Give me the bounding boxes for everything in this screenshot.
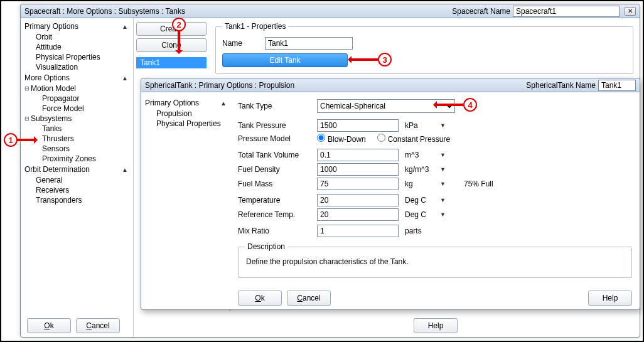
annotation-marker-4: 4 bbox=[463, 98, 477, 112]
sidebar-group-more[interactable]: More Options ▲ bbox=[21, 72, 133, 83]
annotation-marker-1: 1 bbox=[4, 133, 18, 147]
sidebar-item-proximity[interactable]: Proximity Zones bbox=[21, 154, 133, 164]
create-button[interactable]: Create bbox=[136, 22, 207, 36]
chevron-down-icon[interactable]: ▼ bbox=[440, 181, 448, 187]
total-volume-unit: m^3 bbox=[405, 151, 436, 159]
sidebar-group-od[interactable]: Orbit Determination ▲ bbox=[21, 164, 133, 175]
main-bottom-bar: Ok Cancel Help bbox=[21, 318, 640, 333]
description-box: Description Define the propulsion charac… bbox=[238, 242, 632, 278]
mix-ratio-input[interactable] bbox=[317, 225, 399, 237]
tree-collapse-icon[interactable]: ⊟ bbox=[24, 85, 31, 92]
chevron-down-icon[interactable]: ▼ bbox=[440, 211, 448, 218]
fuel-density-label: Fuel Density bbox=[238, 165, 313, 174]
main-sidebar: Primary Options ▲ Orbit Attitude Physica… bbox=[21, 18, 134, 337]
edit-tank-button[interactable]: Edit Tank bbox=[222, 53, 348, 67]
tank-pressure-unit: kPa bbox=[405, 121, 436, 130]
mix-ratio-unit: parts bbox=[405, 227, 436, 235]
sidebar-item-general[interactable]: General bbox=[21, 175, 133, 185]
dialog-titlebar: SphericalTank : Primary Options : Propul… bbox=[141, 78, 640, 92]
help-button[interactable]: Help bbox=[414, 318, 458, 333]
fuel-mass-unit: kg bbox=[405, 179, 436, 188]
dialog-name-label: SphericalTank Name bbox=[526, 78, 596, 92]
sidebar-sub-subsystems[interactable]: ⊟ Subsystems bbox=[21, 114, 133, 124]
dialog-ok-button[interactable]: Ok bbox=[238, 291, 282, 306]
dialog-breadcrumb: SphericalTank : Primary Options : Propul… bbox=[145, 78, 294, 92]
ref-temp-input[interactable] bbox=[317, 208, 399, 221]
tank-pressure-input[interactable] bbox=[317, 119, 399, 132]
tank-properties-group: Tank1 - Properties Name Edit Tank bbox=[215, 22, 633, 74]
pressure-model-label: Pressure Model bbox=[238, 134, 313, 143]
sidebar-sub-motion[interactable]: ⊟ Motion Model bbox=[21, 83, 133, 94]
pressure-model-blowdown[interactable]: Blow-Down bbox=[317, 134, 366, 144]
description-legend: Description bbox=[245, 242, 287, 251]
cancel-button[interactable]: Cancel bbox=[76, 318, 120, 333]
ref-temp-unit: Deg C bbox=[405, 210, 436, 219]
ok-button[interactable]: Ok bbox=[27, 318, 71, 333]
annotation-arrow-2 bbox=[178, 31, 180, 51]
annotation-arrow-4 bbox=[436, 104, 463, 106]
spacecraft-name-input[interactable] bbox=[513, 6, 620, 17]
dialog-bottom-bar: Ok Cancel Help bbox=[238, 291, 632, 306]
dialog-sidebar-header[interactable]: Primary Options ▲ bbox=[145, 97, 232, 109]
chevron-up-icon[interactable]: ▲ bbox=[122, 23, 128, 30]
sidebar-item-force-model[interactable]: Force Model bbox=[21, 104, 133, 114]
pressure-model-constant-radio[interactable] bbox=[377, 134, 385, 142]
fuel-density-unit: kg/m^3 bbox=[405, 165, 436, 174]
sidebar-item-tanks[interactable]: Tanks bbox=[21, 124, 133, 134]
fuel-mass-note: 75% Full bbox=[464, 179, 493, 188]
total-volume-input[interactable] bbox=[317, 149, 399, 161]
tank-name-label: Name bbox=[222, 39, 260, 48]
dialog-sidebar-propulsion[interactable]: Propulsion bbox=[145, 109, 232, 119]
main-titlebar: Spacecraft : More Options : Subsystems :… bbox=[21, 4, 640, 18]
sidebar-group-primary[interactable]: Primary Options ▲ bbox=[21, 21, 133, 32]
chevron-down-icon[interactable]: ▼ bbox=[440, 166, 448, 173]
tank-list-item[interactable]: Tank1 bbox=[136, 57, 207, 68]
tank-properties-legend: Tank1 - Properties bbox=[222, 22, 288, 31]
main-breadcrumb: Spacecraft : More Options : Subsystems :… bbox=[24, 4, 185, 18]
annotation-marker-2: 2 bbox=[172, 18, 186, 31]
sidebar-item-receivers[interactable]: Receivers bbox=[21, 185, 133, 195]
description-text: Define the propulsion characteristics of… bbox=[245, 255, 625, 271]
chevron-up-icon[interactable]: ▲ bbox=[220, 100, 227, 107]
chevron-down-icon[interactable]: ▼ bbox=[440, 152, 448, 158]
tank-name-input[interactable] bbox=[265, 37, 353, 50]
chevron-down-icon[interactable]: ▼ bbox=[440, 122, 448, 129]
dialog-sidebar-physical[interactable]: Physical Properties bbox=[145, 119, 232, 129]
sidebar-item-propagator[interactable]: Propagator bbox=[21, 94, 133, 104]
dialog-cancel-button[interactable]: Cancel bbox=[287, 291, 331, 306]
temperature-input[interactable] bbox=[317, 194, 399, 206]
annotation-marker-3: 3 bbox=[378, 53, 392, 67]
pressure-model-constant[interactable]: Constant Pressure bbox=[377, 134, 450, 144]
fuel-density-input[interactable] bbox=[317, 163, 399, 176]
sidebar-item-transponders[interactable]: Transponders bbox=[21, 195, 133, 205]
spherical-tank-dialog: SphericalTank : Primary Options : Propul… bbox=[141, 78, 640, 310]
pressure-model-blowdown-radio[interactable] bbox=[317, 134, 325, 142]
spacecraft-name-label: Spacecraft Name bbox=[452, 4, 510, 18]
chevron-up-icon[interactable]: ▲ bbox=[122, 75, 128, 82]
ref-temp-label: Reference Temp. bbox=[238, 210, 313, 219]
clone-button[interactable]: Clone bbox=[136, 38, 207, 52]
chevron-down-icon[interactable]: ▼ bbox=[440, 197, 448, 203]
total-volume-label: Total Tank Volume bbox=[238, 151, 313, 159]
sidebar-item-visualization[interactable]: Visualization bbox=[21, 62, 133, 72]
dialog-name-input[interactable] bbox=[598, 80, 636, 91]
annotation-arrow-1 bbox=[18, 139, 35, 141]
tree-collapse-icon[interactable]: ⊟ bbox=[24, 115, 31, 122]
sidebar-item-attitude[interactable]: Attitude bbox=[21, 42, 133, 52]
mix-ratio-label: Mix Ratio bbox=[238, 227, 313, 235]
chevron-up-icon[interactable]: ▲ bbox=[122, 166, 128, 173]
tank-type-label: Tank Type bbox=[238, 102, 313, 110]
fuel-mass-label: Fuel Mass bbox=[238, 179, 313, 188]
dialog-help-button[interactable]: Help bbox=[588, 291, 632, 306]
sidebar-item-physical-properties[interactable]: Physical Properties bbox=[21, 52, 133, 62]
temperature-unit: Deg C bbox=[405, 196, 436, 205]
temperature-label: Temperature bbox=[238, 196, 313, 205]
close-icon[interactable]: ✕ bbox=[625, 7, 636, 16]
tank-pressure-label: Tank Pressure bbox=[238, 121, 313, 130]
fuel-mass-input[interactable] bbox=[317, 178, 399, 190]
dialog-main: Tank Type Chemical-Spherical Tank Pressu… bbox=[235, 92, 640, 309]
sidebar-item-orbit[interactable]: Orbit bbox=[21, 32, 133, 42]
dialog-sidebar: Primary Options ▲ Propulsion Physical Pr… bbox=[141, 92, 235, 309]
sidebar-item-sensors[interactable]: Sensors bbox=[21, 144, 133, 154]
annotation-arrow-3 bbox=[350, 58, 378, 61]
